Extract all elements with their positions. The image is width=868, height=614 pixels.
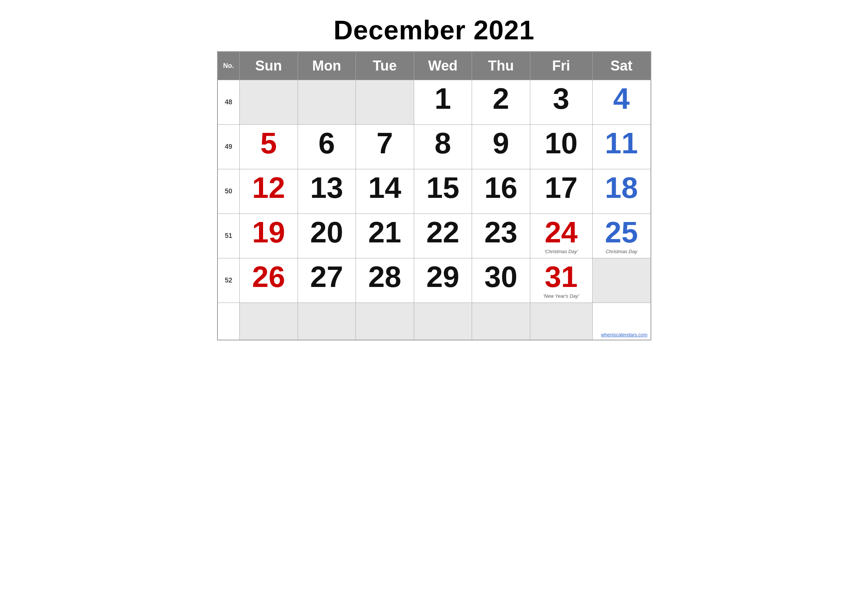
day-number: 5	[243, 129, 294, 158]
day-cell: 5	[240, 125, 298, 169]
day-number: 13	[301, 173, 353, 203]
day-cell: 30	[472, 258, 530, 303]
day-cell: 14	[356, 169, 414, 214]
week-row: 49567891011	[217, 125, 651, 169]
day-cell	[592, 258, 651, 303]
day-cell: 19	[240, 214, 298, 258]
day-number: 8	[417, 129, 469, 158]
day-number: 16	[475, 173, 527, 203]
day-cell: 25Christmas Day	[592, 214, 651, 258]
day-cell	[240, 303, 298, 340]
day-cell: wheniscalendars.com	[592, 303, 651, 340]
holiday-label: 'New Year's Day'	[533, 293, 589, 299]
calendar-title: December 2021	[217, 8, 651, 51]
day-cell	[414, 303, 472, 340]
header-thu: Thu	[472, 51, 530, 80]
week-number	[217, 303, 240, 340]
header-mon: Mon	[298, 51, 356, 80]
day-cell: 1	[414, 80, 472, 125]
day-number: 17	[533, 173, 589, 203]
day-cell: 28	[356, 258, 414, 303]
week-row: 52262728293031'New Year's Day'	[217, 258, 651, 303]
day-cell: 11	[592, 125, 651, 169]
header-sun: Sun	[240, 51, 298, 80]
week-number: 48	[217, 80, 240, 125]
day-cell: 16	[472, 169, 530, 214]
week-row: wheniscalendars.com	[217, 303, 651, 340]
day-cell: 7	[356, 125, 414, 169]
day-cell: 27	[298, 258, 356, 303]
day-number: 25	[595, 217, 648, 247]
watermark: wheniscalendars.com	[601, 332, 647, 338]
day-number: 4	[595, 84, 648, 113]
header-fri: Fri	[530, 51, 592, 80]
day-cell: 17	[530, 169, 592, 214]
day-cell	[356, 303, 414, 340]
day-cell: 18	[592, 169, 651, 214]
day-number: 14	[359, 173, 411, 203]
day-cell	[530, 303, 592, 340]
day-cell: 4	[592, 80, 651, 125]
day-number: 7	[359, 129, 411, 158]
day-cell: 26	[240, 258, 298, 303]
day-cell	[240, 80, 298, 125]
week-row: 481234	[217, 80, 651, 125]
day-number: 27	[301, 262, 353, 292]
day-number: 15	[417, 173, 469, 203]
day-number: 12	[243, 173, 294, 203]
day-cell: 13	[298, 169, 356, 214]
day-number: 22	[417, 217, 469, 247]
day-number: 11	[595, 129, 648, 158]
header-sat: Sat	[592, 51, 651, 80]
week-number: 52	[217, 258, 240, 303]
header-no: No.	[217, 51, 240, 80]
day-number: 29	[417, 262, 469, 292]
holiday-label: 'Christmas Day'	[533, 249, 589, 254]
day-cell: 22	[414, 214, 472, 258]
day-number: 31	[533, 262, 589, 292]
week-row: 5012131415161718	[217, 169, 651, 214]
day-number: 20	[301, 217, 353, 247]
day-cell: 8	[414, 125, 472, 169]
day-cell: 21	[356, 214, 414, 258]
day-cell: 24'Christmas Day'	[530, 214, 592, 258]
day-cell	[298, 80, 356, 125]
day-number: 3	[533, 84, 589, 113]
week-number: 49	[217, 125, 240, 169]
day-cell: 15	[414, 169, 472, 214]
calendar-container: December 2021 No. Sun Mon Tue Wed Thu Fr…	[217, 8, 651, 340]
day-cell: 9	[472, 125, 530, 169]
day-cell: 10	[530, 125, 592, 169]
day-number: 26	[243, 262, 294, 292]
day-cell: 23	[472, 214, 530, 258]
week-row: 51192021222324'Christmas Day'25Christmas…	[217, 214, 651, 258]
day-number: 23	[475, 217, 527, 247]
day-number: 6	[301, 129, 353, 158]
day-cell: 20	[298, 214, 356, 258]
day-number: 10	[533, 129, 589, 158]
week-number: 51	[217, 214, 240, 258]
calendar-table: No. Sun Mon Tue Wed Thu Fri Sat 48123449…	[217, 51, 651, 340]
day-cell: 12	[240, 169, 298, 214]
day-cell: 6	[298, 125, 356, 169]
day-number: 9	[475, 129, 527, 158]
day-cell: 2	[472, 80, 530, 125]
holiday-label: Christmas Day	[595, 249, 648, 254]
day-cell: 29	[414, 258, 472, 303]
day-cell: 3	[530, 80, 592, 125]
day-number: 28	[359, 262, 411, 292]
day-cell	[356, 80, 414, 125]
day-number: 2	[475, 84, 527, 113]
day-cell	[472, 303, 530, 340]
day-number: 19	[243, 217, 294, 247]
day-number: 21	[359, 217, 411, 247]
day-cell	[298, 303, 356, 340]
header-row: No. Sun Mon Tue Wed Thu Fri Sat	[217, 51, 651, 80]
day-number: 30	[475, 262, 527, 292]
day-cell: 31'New Year's Day'	[530, 258, 592, 303]
header-wed: Wed	[414, 51, 472, 80]
day-number: 1	[417, 84, 469, 113]
week-number: 50	[217, 169, 240, 214]
day-number: 18	[595, 173, 648, 203]
header-tue: Tue	[356, 51, 414, 80]
